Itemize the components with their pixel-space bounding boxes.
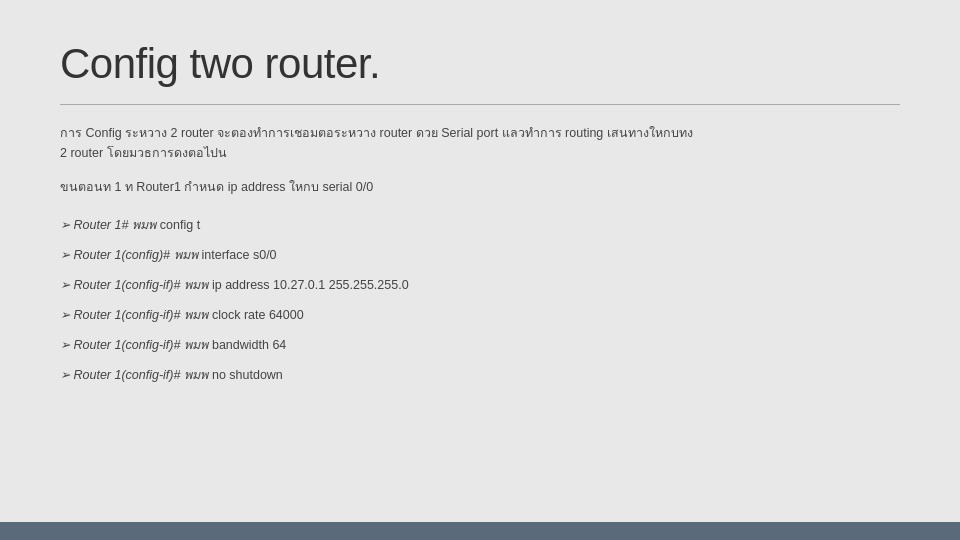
command-prompt: ➢ Router 1(config-if)# พมพ <box>60 365 208 385</box>
intro-block: การ Config ระหวาง 2 router จะตองทำการเชอ… <box>60 123 900 163</box>
slide: Config two router. การ Config ระหวาง 2 r… <box>0 0 960 540</box>
command-prompt: ➢ Router 1(config-if)# พมพ <box>60 305 208 325</box>
command-row: ➢ Router 1# พมพ config t <box>60 215 900 235</box>
commands-list: ➢ Router 1# พมพ config t➢ Router 1(confi… <box>60 215 900 385</box>
command-row: ➢ Router 1(config-if)# พมพ bandwidth 64 <box>60 335 900 355</box>
command-row: ➢ Router 1(config-if)# พมพ ip address 10… <box>60 275 900 295</box>
title-divider <box>60 104 900 105</box>
command-text: clock rate 64000 <box>212 308 304 322</box>
command-prompt: ➢ Router 1(config-if)# พมพ <box>60 275 208 295</box>
command-row: ➢ Router 1(config)# พมพ interface s0/0 <box>60 245 900 265</box>
command-prompt: ➢ Router 1(config-if)# พมพ <box>60 335 208 355</box>
page-title: Config two router. <box>60 40 900 88</box>
command-text: config t <box>160 218 200 232</box>
command-prompt: ➢ Router 1(config)# พมพ <box>60 245 198 265</box>
command-row: ➢ Router 1(config-if)# พมพ no shutdown <box>60 365 900 385</box>
intro-line1: การ Config ระหวาง 2 router จะตองทำการเชอ… <box>60 126 693 140</box>
bottom-bar <box>0 522 960 540</box>
intro-line2: 2 router โดยมวธการดงตอไปน <box>60 146 227 160</box>
command-text: bandwidth 64 <box>212 338 286 352</box>
command-text: ip address 10.27.0.1 255.255.255.0 <box>212 278 409 292</box>
command-row: ➢ Router 1(config-if)# พมพ clock rate 64… <box>60 305 900 325</box>
command-text: interface s0/0 <box>202 248 277 262</box>
step-label: ขนตอนท 1 ท Router1 กำหนด ip address ใหกบ… <box>60 177 900 197</box>
command-text: no shutdown <box>212 368 283 382</box>
command-prompt: ➢ Router 1# พมพ <box>60 215 156 235</box>
